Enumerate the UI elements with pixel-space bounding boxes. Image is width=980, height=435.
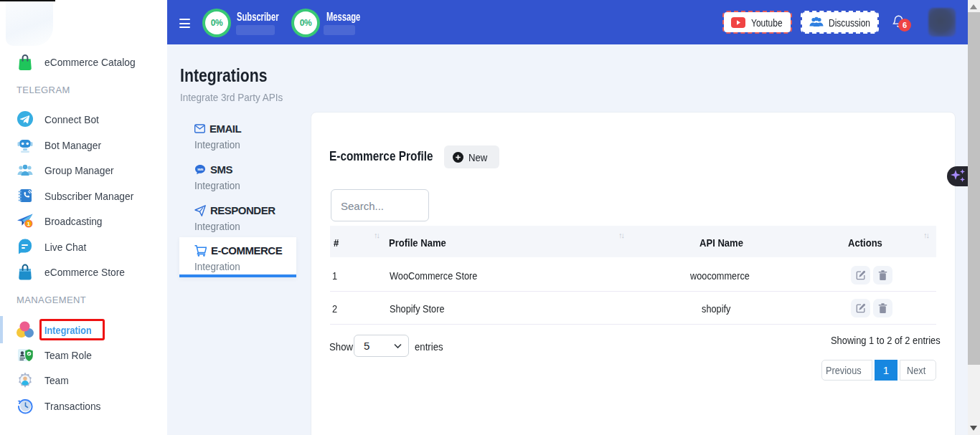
svg-text:1: 1 (27, 221, 31, 227)
svg-text:SMS: SMS (197, 168, 204, 171)
